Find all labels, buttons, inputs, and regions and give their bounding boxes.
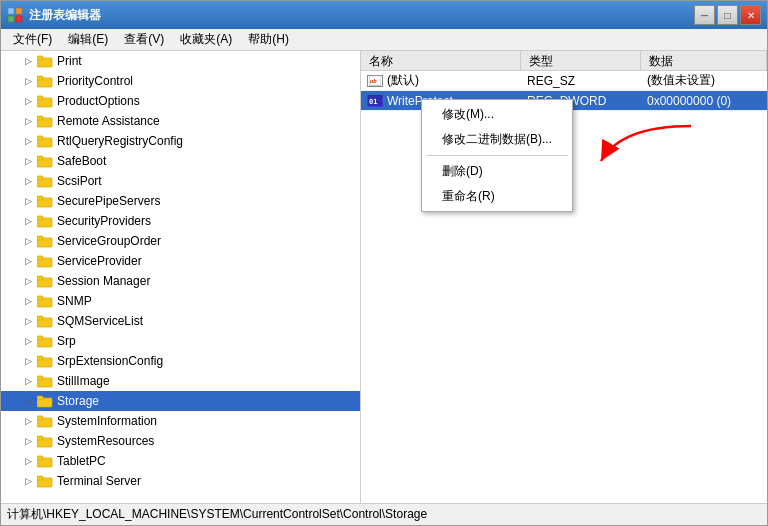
expand-icon: ▷	[21, 74, 35, 88]
tree-item[interactable]: ▷ Terminal Server	[1, 471, 360, 491]
expand-icon: ▷	[21, 214, 35, 228]
maximize-button[interactable]: □	[717, 5, 738, 25]
expand-icon: ▷	[21, 234, 35, 248]
expand-icon: ▷	[21, 454, 35, 468]
menubar: 文件(F) 编辑(E) 查看(V) 收藏夹(A) 帮助(H)	[1, 29, 767, 51]
tree-item-label: StillImage	[57, 374, 110, 388]
svg-rect-17	[37, 176, 43, 180]
folder-icon	[37, 174, 53, 188]
tree-item-label: SystemInformation	[57, 414, 157, 428]
menu-help[interactable]: 帮助(H)	[240, 29, 297, 50]
tree-item[interactable]: ▷ PriorityControl	[1, 71, 360, 91]
main-window: 注册表编辑器 ─ □ ✕ 文件(F) 编辑(E) 查看(V) 收藏夹(A) 帮助…	[0, 0, 768, 526]
folder-icon	[37, 354, 53, 368]
context-menu-item[interactable]: 重命名(R)	[422, 184, 572, 209]
tree-item[interactable]: ▷ TabletPC	[1, 451, 360, 471]
cell-data: (数值未设置)	[641, 72, 767, 89]
tree-item-label: Terminal Server	[57, 474, 141, 488]
expand-icon: ▷	[21, 154, 35, 168]
context-menu-item[interactable]: 修改二进制数据(B)...	[422, 127, 572, 152]
statusbar: 计算机\HKEY_LOCAL_MACHINE\SYSTEM\CurrentCon…	[1, 503, 767, 525]
tree-item[interactable]: ▷ ServiceGroupOrder	[1, 231, 360, 251]
tree-item[interactable]: ▷ SecurePipeServers	[1, 191, 360, 211]
tree-item[interactable]: ▷ Print	[1, 51, 360, 71]
tree-item-label: SecurePipeServers	[57, 194, 160, 208]
svg-rect-19	[37, 196, 43, 200]
folder-icon	[37, 214, 53, 228]
tree-item-label: Storage	[57, 394, 99, 408]
menu-favorites[interactable]: 收藏夹(A)	[172, 29, 240, 50]
titlebar: 注册表编辑器 ─ □ ✕	[1, 1, 767, 29]
tree-item[interactable]: ▷ ProductOptions	[1, 91, 360, 111]
svg-rect-0	[8, 8, 14, 14]
tree-item[interactable]: ▷ Session Manager	[1, 271, 360, 291]
tree-item[interactable]: ▷ RtlQueryRegistryConfig	[1, 131, 360, 151]
expand-icon: ▷	[21, 54, 35, 68]
folder-icon	[37, 274, 53, 288]
tree-item[interactable]: ▷ SystemResources	[1, 431, 360, 451]
expand-icon: ▷	[21, 374, 35, 388]
folder-icon	[37, 474, 53, 488]
tree-item[interactable]: ▷ ScsiPort	[1, 171, 360, 191]
tree-item-label: SrpExtensionConfig	[57, 354, 163, 368]
expand-icon: ▷	[21, 394, 35, 408]
tree-item[interactable]: ▷ Remote Assistance	[1, 111, 360, 131]
menu-view[interactable]: 查看(V)	[116, 29, 172, 50]
expand-icon: ▷	[21, 274, 35, 288]
tree-item-label: RtlQueryRegistryConfig	[57, 134, 183, 148]
tree-item[interactable]: ▷ SQMServiceList	[1, 311, 360, 331]
tree-item-label: ProductOptions	[57, 94, 140, 108]
expand-icon: ▷	[21, 134, 35, 148]
tree-item[interactable]: ▷ Srp	[1, 331, 360, 351]
tree-item[interactable]: ▷ StillImage	[1, 371, 360, 391]
svg-rect-45	[37, 456, 43, 460]
expand-icon: ▷	[21, 174, 35, 188]
folder-icon	[37, 414, 53, 428]
svg-rect-21	[37, 216, 43, 220]
folder-icon	[37, 334, 53, 348]
tree-item[interactable]: ▷ SystemInformation	[1, 411, 360, 431]
svg-rect-35	[37, 356, 43, 360]
tree-item-label: SecurityProviders	[57, 214, 151, 228]
svg-rect-9	[37, 96, 43, 100]
expand-icon: ▷	[21, 354, 35, 368]
svg-text:ab: ab	[370, 78, 377, 85]
folder-icon	[37, 74, 53, 88]
context-menu: 修改(M)...修改二进制数据(B)...删除(D)重命名(R)	[421, 99, 573, 212]
tree-item-label: Srp	[57, 334, 76, 348]
tree-item[interactable]: ▷ Storage	[1, 391, 360, 411]
cell-name-text: (默认)	[387, 72, 419, 89]
expand-icon: ▷	[21, 334, 35, 348]
context-menu-item[interactable]: 删除(D)	[422, 159, 572, 184]
ab-reg-icon: ab	[367, 75, 383, 87]
tree-panel[interactable]: ▷ Print▷ PriorityControl▷ ProductOptions…	[1, 51, 361, 503]
menu-edit[interactable]: 编辑(E)	[60, 29, 116, 50]
cell-data: 0x00000000 (0)	[641, 94, 767, 108]
tree-item[interactable]: ▷ SafeBoot	[1, 151, 360, 171]
folder-icon	[37, 454, 53, 468]
main-content: ▷ Print▷ PriorityControl▷ ProductOptions…	[1, 51, 767, 503]
tree-item[interactable]: ▷ SecurityProviders	[1, 211, 360, 231]
minimize-button[interactable]: ─	[694, 5, 715, 25]
svg-rect-27	[37, 276, 43, 280]
dword-reg-icon: 01	[367, 95, 383, 107]
table-row[interactable]: ab(默认)REG_SZ(数值未设置)	[361, 71, 767, 91]
folder-icon	[37, 154, 53, 168]
svg-rect-33	[37, 336, 43, 340]
tree-item-label: Session Manager	[57, 274, 150, 288]
expand-icon: ▷	[21, 114, 35, 128]
svg-rect-23	[37, 236, 43, 240]
context-menu-item[interactable]: 修改(M)...	[422, 102, 572, 127]
tree-item-label: ServiceProvider	[57, 254, 142, 268]
folder-icon	[37, 394, 53, 408]
tree-item[interactable]: ▷ ServiceProvider	[1, 251, 360, 271]
folder-icon	[37, 54, 53, 68]
expand-icon: ▷	[21, 254, 35, 268]
tree-item-label: SafeBoot	[57, 154, 106, 168]
tree-item[interactable]: ▷ SrpExtensionConfig	[1, 351, 360, 371]
svg-rect-37	[37, 376, 43, 380]
menu-file[interactable]: 文件(F)	[5, 29, 60, 50]
close-button[interactable]: ✕	[740, 5, 761, 25]
folder-icon	[37, 254, 53, 268]
tree-item[interactable]: ▷ SNMP	[1, 291, 360, 311]
